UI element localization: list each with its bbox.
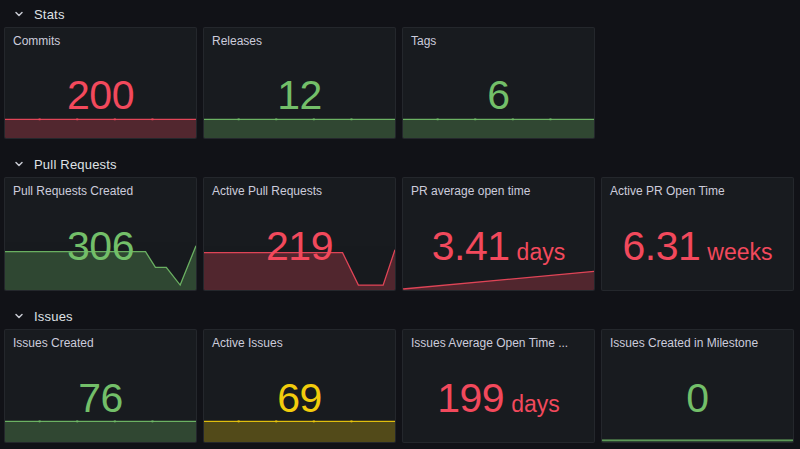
row-panels: Issues Created76Active Issues69Issues Av… [4, 329, 800, 443]
panel-title[interactable]: Active Issues [204, 330, 395, 350]
stat-value: 6.31weeks [602, 202, 793, 290]
panel-pr-average-open-time: PR average open time3.41days [402, 177, 595, 291]
stat-value: 199days [403, 354, 594, 442]
grafana-dashboard: StatsCommits200Releases12Tags6Pull Reque… [0, 0, 800, 443]
stat-value: 6 [403, 52, 594, 138]
panel-issues-created: Issues Created76 [4, 329, 197, 443]
stat-number: 306 [67, 226, 134, 267]
chevron-down-icon [13, 158, 25, 170]
stat-value: 76 [5, 354, 196, 442]
panel-title[interactable]: Issues Created [5, 330, 196, 350]
panel-title[interactable]: Pull Requests Created [5, 178, 196, 198]
stat-value: 12 [204, 52, 395, 138]
row-title: Issues [34, 309, 73, 324]
stat-value: 0 [602, 354, 793, 442]
stat-value: 306 [5, 202, 196, 290]
row-panels: Commits200Releases12Tags6 [4, 27, 800, 139]
stat-number: 76 [78, 378, 123, 419]
dashboard-row-issues: IssuesIssues Created76Active Issues69Iss… [4, 303, 800, 443]
panel-title[interactable]: Commits [5, 28, 196, 48]
panel-tags: Tags6 [402, 27, 595, 139]
panel-title[interactable]: Issues Created in Milestone [602, 330, 793, 350]
stat-value-line: 200 [67, 75, 134, 116]
stat-value: 69 [204, 354, 395, 442]
stat-number: 219 [266, 226, 333, 267]
stat-value-line: 69 [277, 378, 322, 419]
stat-value-line: 199days [437, 378, 560, 419]
stat-unit: days [517, 241, 566, 264]
panel-title[interactable]: Active PR Open Time [602, 178, 793, 198]
panel-title[interactable]: Releases [204, 28, 395, 48]
stat-number: 6 [487, 75, 509, 116]
stat-value-line: 6.31weeks [622, 226, 772, 267]
panel-title[interactable]: Issues Average Open Time ... [403, 330, 594, 350]
stat-value-line: 3.41days [432, 226, 565, 267]
dashboard-row-stats: StatsCommits200Releases12Tags6 [4, 1, 800, 139]
stat-value-line: 0 [686, 378, 708, 419]
stat-number: 3.41 [432, 226, 510, 267]
stat-number: 200 [67, 75, 134, 116]
stat-unit: weeks [707, 241, 772, 264]
stat-value-line: 6 [487, 75, 509, 116]
chevron-down-icon [13, 310, 25, 322]
stat-number: 6.31 [622, 226, 700, 267]
stat-value-line: 12 [277, 75, 322, 116]
panel-issues-created-in-milestone: Issues Created in Milestone0 [601, 329, 794, 443]
row-title: Stats [34, 7, 65, 22]
panel-active-pr-open-time: Active PR Open Time6.31weeks [601, 177, 794, 291]
stat-value-line: 76 [78, 378, 123, 419]
panel-releases: Releases12 [203, 27, 396, 139]
stat-value: 200 [5, 52, 196, 138]
panel-title[interactable]: Active Pull Requests [204, 178, 395, 198]
panel-active-issues: Active Issues69 [203, 329, 396, 443]
row-panels: Pull Requests Created306Active Pull Requ… [4, 177, 800, 291]
stat-value-line: 306 [67, 226, 134, 267]
row-header-stats[interactable]: Stats [4, 1, 800, 27]
stat-value: 219 [204, 202, 395, 290]
stat-number: 69 [277, 378, 322, 419]
panel-commits: Commits200 [4, 27, 197, 139]
stat-value: 3.41days [403, 202, 594, 290]
chevron-down-icon [13, 8, 25, 20]
stat-number: 199 [437, 378, 504, 419]
stat-unit: days [511, 393, 560, 416]
row-title: Pull Requests [34, 157, 117, 172]
panel-title[interactable]: PR average open time [403, 178, 594, 198]
row-header-pull-requests[interactable]: Pull Requests [4, 151, 800, 177]
panel-active-pull-requests: Active Pull Requests219 [203, 177, 396, 291]
panel-title[interactable]: Tags [403, 28, 594, 48]
row-header-issues[interactable]: Issues [4, 303, 800, 329]
stat-number: 0 [686, 378, 708, 419]
dashboard-row-pull-requests: Pull RequestsPull Requests Created306Act… [4, 151, 800, 291]
panel-pull-requests-created: Pull Requests Created306 [4, 177, 197, 291]
panel-issues-average-open-time: Issues Average Open Time ...199days [402, 329, 595, 443]
stat-value-line: 219 [266, 226, 333, 267]
stat-number: 12 [277, 75, 322, 116]
